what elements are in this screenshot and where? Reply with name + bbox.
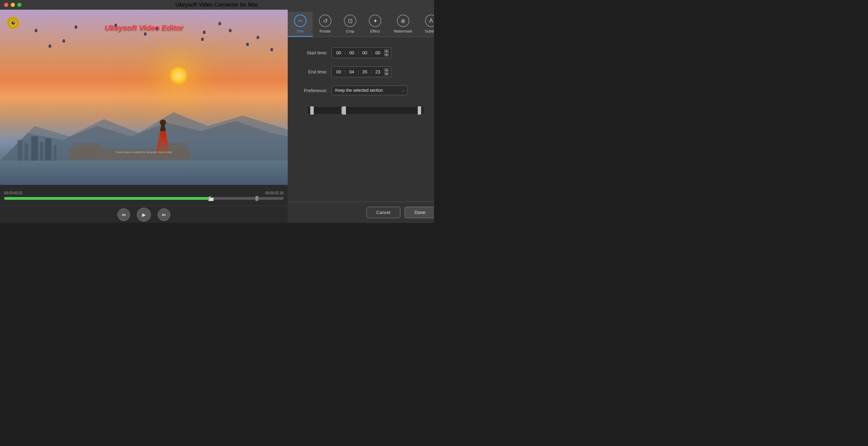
balloon-10 xyxy=(144,32,147,36)
trim-icon: ✂ xyxy=(294,15,306,27)
tab-subtitle[interactable]: A Subtitle xyxy=(418,12,434,37)
video-subtitle: Travel video is edited by Ukeysoft Video… xyxy=(0,151,288,154)
balloon-7 xyxy=(246,43,249,46)
subtitle-label: Subtitle xyxy=(425,29,434,33)
trim-label: Trim xyxy=(296,29,304,33)
end-ms[interactable] xyxy=(373,69,383,74)
watermark-label: Watermark xyxy=(394,29,412,33)
rotate-label: Rotate xyxy=(320,29,331,33)
start-time-down[interactable]: ▼ xyxy=(384,53,389,56)
total-time: 00:00:52.20 xyxy=(265,191,284,195)
start-time-label: Start time: xyxy=(296,50,327,55)
close-button[interactable] xyxy=(4,3,8,7)
trim-bar-inner xyxy=(310,107,343,114)
tab-trim[interactable]: ✂ Trim xyxy=(288,12,313,37)
end-time-label: End time: xyxy=(296,69,327,74)
end-time-up[interactable]: ▲ xyxy=(384,68,389,72)
preference-wrapper[interactable]: Keep the selected section Delete the sel… xyxy=(331,86,408,95)
play-button[interactable]: ▶ xyxy=(137,208,151,222)
main-layout: ☯ Ukeysoft Video Editor Travel video is … xyxy=(0,10,434,223)
preference-select[interactable]: Keep the selected section Delete the sel… xyxy=(331,86,408,95)
end-time-row: End time: : : : ▲ ▼ xyxy=(296,66,434,77)
svg-rect-6 xyxy=(45,138,51,161)
start-time-up[interactable]: ▲ xyxy=(384,49,389,53)
toolbar: ✂ Trim ↺ Rotate ⊡ Crop ✦ Effect ⊕ Waterm… xyxy=(288,10,434,37)
end-hh[interactable] xyxy=(334,69,344,74)
rotate-icon: ↺ xyxy=(319,15,331,27)
right-panel: ✂ Trim ↺ Rotate ⊡ Crop ✦ Effect ⊕ Waterm… xyxy=(288,10,434,223)
end-mm[interactable] xyxy=(347,69,357,74)
progress-fill xyxy=(4,197,211,200)
end-time-input[interactable]: : : : ▲ ▼ xyxy=(331,66,391,77)
effect-icon: ✦ xyxy=(369,15,381,27)
preference-row: Preference: Keep the selected section De… xyxy=(296,86,434,95)
trim-start-marker[interactable] xyxy=(310,106,314,115)
balloon-5 xyxy=(201,37,204,41)
bottom-buttons: Cancel Done xyxy=(288,202,434,223)
current-time: 00:03:43.02 xyxy=(4,191,23,195)
tab-watermark[interactable]: ⊕ Watermark xyxy=(388,12,418,37)
tab-crop[interactable]: ⊡ Crop xyxy=(338,12,363,37)
start-time-input[interactable]: : : : ▲ ▼ xyxy=(331,47,391,58)
svg-rect-2 xyxy=(17,140,23,161)
svg-rect-4 xyxy=(31,136,38,161)
crop-label: Crop xyxy=(346,29,354,33)
subtitle-icon: A xyxy=(425,15,434,27)
start-hh[interactable] xyxy=(334,50,344,55)
crop-icon: ⊡ xyxy=(344,15,356,27)
effect-label: Effect xyxy=(370,29,380,33)
settings-area: Start time: : : : ▲ ▼ End time: xyxy=(288,37,434,202)
progress-track[interactable] xyxy=(4,197,284,200)
watermark-icon: ⊕ xyxy=(397,15,409,27)
minimize-button[interactable] xyxy=(11,3,15,7)
progress-end-thumb[interactable] xyxy=(255,196,258,201)
titlebar: Ukeysoft Video Converter for Mac xyxy=(0,0,434,10)
video-area: ☯ Ukeysoft Video Editor Travel video is … xyxy=(0,10,288,185)
progress-area: 00:03:43.02 00:00:52.20 xyxy=(0,185,288,206)
prev-button[interactable]: ⏮ xyxy=(118,208,130,221)
trim-end-marker[interactable] xyxy=(418,106,421,115)
tab-effect[interactable]: ✦ Effect xyxy=(363,12,388,37)
traffic-lights xyxy=(4,3,21,7)
progress-times: 00:03:43.02 00:00:52.20 xyxy=(4,191,284,195)
done-button[interactable]: Done xyxy=(405,207,434,218)
cancel-button[interactable]: Cancel xyxy=(366,207,400,218)
balloon-6 xyxy=(257,36,259,39)
playback-controls: ⏮ ▶ ⏭ xyxy=(0,206,288,223)
svg-point-9 xyxy=(160,119,166,126)
trim-bar-area xyxy=(296,104,434,117)
balloon-8 xyxy=(270,48,273,51)
balloon-12 xyxy=(62,39,65,43)
start-time-stepper[interactable]: ▲ ▼ xyxy=(384,49,389,56)
cityscape-svg xyxy=(0,91,288,161)
tab-rotate[interactable]: ↺ Rotate xyxy=(313,12,338,37)
video-panel: ☯ Ukeysoft Video Editor Travel video is … xyxy=(0,10,288,223)
start-time-row: Start time: : : : ▲ ▼ xyxy=(296,47,434,58)
maximize-button[interactable] xyxy=(17,3,21,7)
video-title-overlay: Ukeysoft Video Editor xyxy=(0,24,288,33)
balloon-13 xyxy=(49,44,51,48)
trim-bar[interactable] xyxy=(308,107,424,114)
preference-label: Preference: xyxy=(296,88,327,93)
start-ms[interactable] xyxy=(373,50,383,55)
window-title: Ukeysoft Video Converter for Mac xyxy=(175,2,259,8)
end-ss[interactable] xyxy=(360,69,370,74)
trim-playhead[interactable] xyxy=(342,106,346,115)
next-button[interactable]: ⏭ xyxy=(158,208,170,221)
start-mm[interactable] xyxy=(347,50,357,55)
start-ss[interactable] xyxy=(360,50,370,55)
end-time-down[interactable]: ▼ xyxy=(384,72,389,75)
video-sun xyxy=(170,67,187,84)
end-time-stepper[interactable]: ▲ ▼ xyxy=(384,68,389,75)
